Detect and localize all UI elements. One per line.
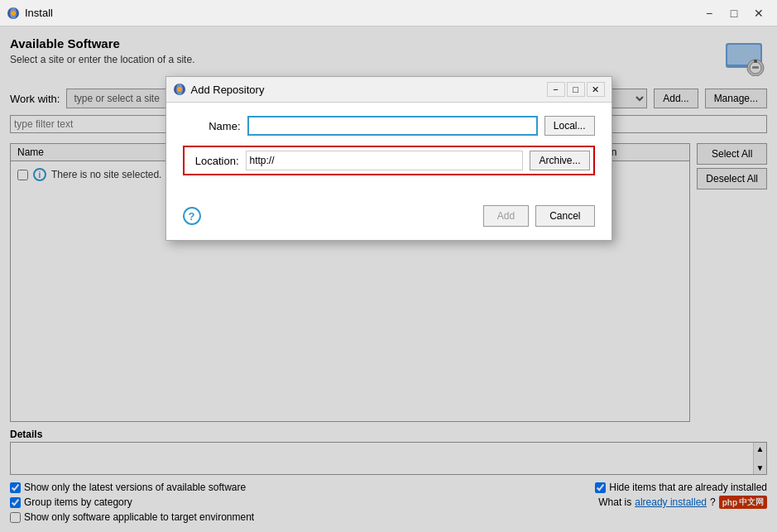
dialog-footer-buttons: Add Cancel (483, 205, 595, 227)
window-title: Install (25, 7, 53, 19)
dialog-title-left: Add Repository (173, 83, 265, 96)
location-input[interactable] (246, 151, 524, 170)
local-button[interactable]: Local... (544, 116, 595, 136)
location-label: Location: (188, 155, 239, 167)
title-bar: Install − □ ✕ (0, 0, 777, 26)
add-repository-dialog: Add Repository − □ ✕ Name: Local... (165, 76, 612, 241)
close-button[interactable]: ✕ (747, 4, 770, 22)
main-content: Available Software Select a site or ente… (0, 26, 777, 532)
svg-point-11 (177, 87, 182, 92)
dialog-titlebar: Add Repository − □ ✕ (166, 77, 612, 103)
dialog-cancel-button[interactable]: Cancel (535, 205, 594, 227)
name-input[interactable] (247, 116, 538, 136)
modal-overlay: Add Repository − □ ✕ Name: Local... (0, 26, 777, 532)
dialog-controls: − □ ✕ (547, 82, 605, 97)
archive-button[interactable]: Archive... (530, 151, 589, 170)
eclipse-icon (7, 7, 20, 20)
title-bar-controls: − □ ✕ (698, 4, 770, 22)
dialog-title-text: Add Repository (191, 84, 265, 96)
name-field-row: Name: Local... (183, 116, 595, 136)
dialog-footer: ? Add Cancel (166, 199, 612, 240)
location-field-row: Location: Archive... (183, 146, 595, 175)
minimize-button[interactable]: − (698, 4, 721, 22)
dialog-minimize-button[interactable]: − (547, 82, 565, 97)
svg-point-2 (11, 11, 16, 16)
title-bar-left: Install (7, 7, 53, 20)
name-label: Name: (183, 120, 241, 132)
help-icon[interactable]: ? (183, 207, 201, 225)
dialog-body: Name: Local... Location: Archive... (166, 103, 612, 199)
maximize-button[interactable]: □ (722, 4, 746, 22)
dialog-close-button[interactable]: ✕ (587, 82, 605, 97)
dialog-eclipse-icon (173, 83, 186, 96)
dialog-add-button[interactable]: Add (483, 205, 529, 227)
dialog-maximize-button[interactable]: □ (567, 82, 585, 97)
